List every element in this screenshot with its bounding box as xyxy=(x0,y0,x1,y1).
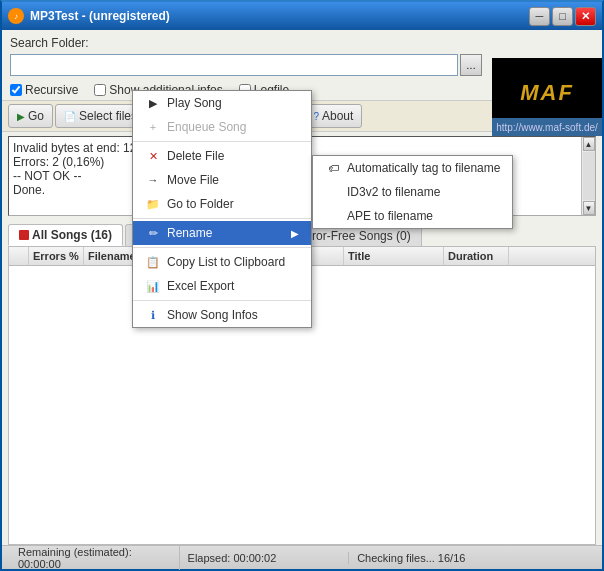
enqueue-icon: + xyxy=(145,119,161,135)
th-icon[interactable] xyxy=(9,247,29,265)
cm-play-label: Play Song xyxy=(167,96,222,110)
about-button[interactable]: ? About xyxy=(304,104,362,128)
cm-move-file[interactable]: → Move File xyxy=(133,168,311,192)
recursive-label: Recursive xyxy=(25,83,78,97)
rename-submenu-arrow: ▶ xyxy=(291,228,299,239)
sm-auto-tag-label: Automatically tag to filename xyxy=(347,161,500,175)
sm-id3v2[interactable]: ID3v2 to filename xyxy=(313,180,512,204)
th-duration[interactable]: Duration xyxy=(444,247,509,265)
sm-ape-label: APE to filename xyxy=(347,209,433,223)
cm-sep-1 xyxy=(133,141,311,142)
cm-sep-2 xyxy=(133,218,311,219)
copy-list-icon: 📋 xyxy=(145,254,161,270)
rename-icon: ✏ xyxy=(145,225,161,241)
cm-excel-export[interactable]: 📊 Excel Export xyxy=(133,274,311,298)
rename-submenu: 🏷 Automatically tag to filename ID3v2 to… xyxy=(312,155,513,229)
all-songs-tab-label: All Songs (16) xyxy=(32,228,112,242)
sm-ape[interactable]: APE to filename xyxy=(313,204,512,228)
close-button[interactable]: ✕ xyxy=(575,7,596,26)
status-elapsed: Elapsed: 00:00:02 xyxy=(180,552,350,564)
title-bar: ♪ MP3Test - (unregistered) ─ □ ✕ xyxy=(2,2,602,30)
select-icon: 📄 xyxy=(64,111,76,122)
recursive-checkbox[interactable] xyxy=(10,84,22,96)
cm-play-song[interactable]: ▶ Play Song xyxy=(133,91,311,115)
go-label: Go xyxy=(28,109,44,123)
cm-goto-label: Go to Folder xyxy=(167,197,234,211)
cm-excel-label: Excel Export xyxy=(167,279,234,293)
sm-auto-tag[interactable]: 🏷 Automatically tag to filename xyxy=(313,156,512,180)
play-song-icon: ▶ xyxy=(145,95,161,111)
id3v2-icon xyxy=(325,184,341,200)
ape-icon xyxy=(325,208,341,224)
browse-button[interactable]: … xyxy=(460,54,482,76)
error-free-tab-label: Error-Free Songs (0) xyxy=(300,229,411,243)
recursive-checkbox-label[interactable]: Recursive xyxy=(10,83,78,97)
cm-delete-file[interactable]: ✕ Delete File xyxy=(133,144,311,168)
log-scrollbar[interactable]: ▲ ▼ xyxy=(581,137,595,215)
folder-icon: 📁 xyxy=(145,196,161,212)
about-label: About xyxy=(322,109,353,123)
cm-enqueue-song: + Enqueue Song xyxy=(133,115,311,139)
title-bar-buttons: ─ □ ✕ xyxy=(529,7,596,26)
cm-move-label: Move File xyxy=(167,173,219,187)
search-label: Search Folder: xyxy=(10,36,89,50)
go-icon: ▶ xyxy=(17,111,25,122)
cm-copy-list[interactable]: 📋 Copy List to Clipboard xyxy=(133,250,311,274)
maximize-button[interactable]: □ xyxy=(552,7,573,26)
th-errors[interactable]: Errors % xyxy=(29,247,84,265)
app-icon: ♪ xyxy=(8,8,24,24)
search-row: Search Folder: xyxy=(2,30,602,54)
cm-delete-label: Delete File xyxy=(167,149,224,163)
additional-infos-checkbox[interactable] xyxy=(94,84,106,96)
context-menu: ▶ Play Song + Enqueue Song ✕ Delete File… xyxy=(132,90,312,328)
main-window: ♪ MP3Test - (unregistered) ─ □ ✕ MAF htt… xyxy=(0,0,604,571)
cm-sep-3 xyxy=(133,247,311,248)
cm-show-song-infos[interactable]: ℹ Show Song Infos xyxy=(133,303,311,327)
logo-text: MAF xyxy=(520,80,574,106)
auto-tag-icon: 🏷 xyxy=(325,160,341,176)
about-icon: ? xyxy=(313,111,319,122)
tab-all-songs[interactable]: All Songs (16) xyxy=(8,224,123,246)
status-remaining: Remaining (estimated): 00:00:00 xyxy=(10,546,180,570)
cm-rename-label: Rename xyxy=(167,226,212,240)
window-title: MP3Test - (unregistered) xyxy=(30,9,529,23)
sm-id3v2-label: ID3v2 to filename xyxy=(347,185,440,199)
search-input[interactable]: M:\Other\Too Fast\ xyxy=(10,54,458,76)
content-area: MAF http://www.maf-soft.de/ Search Folde… xyxy=(2,30,602,569)
cm-copy-list-label: Copy List to Clipboard xyxy=(167,255,285,269)
cm-rename[interactable]: ✏ Rename ▶ xyxy=(133,221,311,245)
go-button[interactable]: ▶ Go xyxy=(8,104,53,128)
status-bar: Remaining (estimated): 00:00:00 Elapsed:… xyxy=(2,545,602,569)
minimize-button[interactable]: ─ xyxy=(529,7,550,26)
excel-icon: 📊 xyxy=(145,278,161,294)
cm-goto-folder[interactable]: 📁 Go to Folder xyxy=(133,192,311,216)
status-checking: Checking files... 16/16 xyxy=(349,552,594,564)
cm-enqueue-label: Enqueue Song xyxy=(167,120,246,134)
info-icon: ℹ xyxy=(145,307,161,323)
delete-icon: ✕ xyxy=(145,148,161,164)
select-files-label: Select files xyxy=(79,109,137,123)
cm-info-label: Show Song Infos xyxy=(167,308,258,322)
th-title[interactable]: Title xyxy=(344,247,444,265)
cm-sep-4 xyxy=(133,300,311,301)
move-icon: → xyxy=(145,172,161,188)
all-songs-tab-icon xyxy=(19,230,29,240)
logo-url[interactable]: http://www.maf-soft.de/ xyxy=(492,118,602,136)
